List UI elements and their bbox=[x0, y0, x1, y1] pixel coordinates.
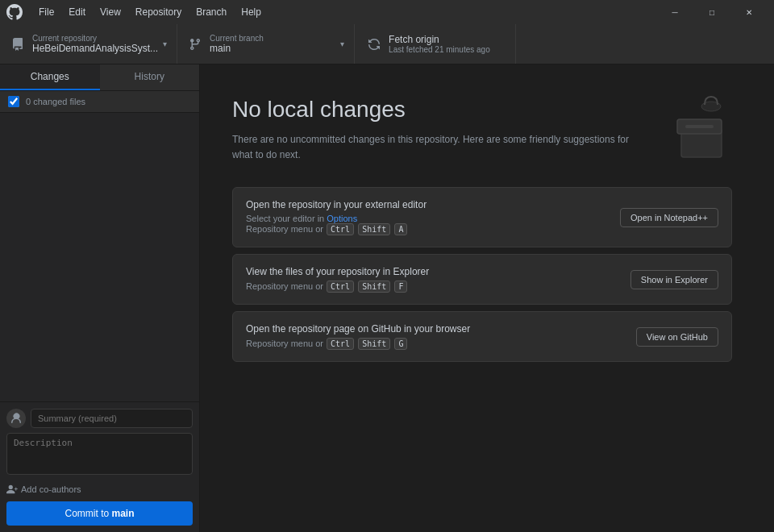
titlebar: File Edit View Repository Branch Help ─ … bbox=[0, 0, 774, 24]
commit-button-branch: main bbox=[112, 508, 135, 519]
minimize-button[interactable]: ─ bbox=[656, 0, 693, 24]
suggestion-card-explorer: View the files of your repository in Exp… bbox=[232, 254, 732, 305]
suggestion-cards: Open the repository in your external edi… bbox=[232, 187, 732, 367]
sidebar-tabs: Changes History bbox=[0, 64, 199, 91]
maximize-button[interactable]: □ bbox=[693, 0, 730, 24]
card-github-shortcut: Repository menu or Ctrl Shift G bbox=[246, 338, 470, 350]
avatar bbox=[6, 409, 26, 428]
shortcut-f: F bbox=[394, 281, 407, 293]
tab-changes[interactable]: Changes bbox=[0, 64, 100, 90]
shortcut-ctrl-2: Ctrl bbox=[327, 281, 354, 293]
repo-label: Current repository bbox=[32, 34, 158, 43]
tab-history[interactable]: History bbox=[100, 64, 200, 90]
shortcut-ctrl-1: Ctrl bbox=[327, 223, 354, 235]
titlebar-left: File Edit View Repository Branch Help bbox=[6, 4, 268, 20]
menu-repository[interactable]: Repository bbox=[129, 5, 188, 19]
fetch-icon bbox=[366, 36, 382, 52]
close-button[interactable]: ✕ bbox=[730, 0, 768, 24]
fetch-content: Fetch origin Last fetched 21 minutes ago bbox=[389, 34, 490, 54]
card-editor-title: Open the repository in your external edi… bbox=[246, 199, 427, 210]
card-explorer-left: View the files of your repository in Exp… bbox=[246, 266, 429, 293]
card-github-title: Open the repository page on GitHub in yo… bbox=[246, 323, 470, 335]
shortcut-shift-3: Shift bbox=[358, 338, 390, 350]
options-link[interactable]: Options bbox=[327, 214, 357, 223]
add-coauthor-button[interactable]: Add co-authors bbox=[6, 482, 193, 497]
titlebar-menu: File Edit View Repository Branch Help bbox=[32, 5, 268, 19]
branch-label: Current branch bbox=[210, 34, 335, 43]
menu-view[interactable]: View bbox=[94, 5, 127, 19]
current-repo-section[interactable]: Current repository HeBeiDemandAnalysisSy… bbox=[0, 24, 177, 64]
repo-info: Current repository HeBeiDemandAnalysisSy… bbox=[32, 34, 158, 54]
commit-row bbox=[6, 409, 193, 428]
card-explorer-title: View the files of your repository in Exp… bbox=[246, 266, 429, 277]
menu-branch[interactable]: Branch bbox=[189, 5, 233, 19]
svg-rect-0 bbox=[681, 129, 722, 157]
repo-dropdown-icon: ▾ bbox=[163, 39, 167, 48]
show-explorer-button[interactable]: Show in Explorer bbox=[630, 270, 718, 289]
menu-edit[interactable]: Edit bbox=[62, 5, 92, 19]
add-coauthor-label: Add co-authors bbox=[21, 484, 81, 494]
fetch-title: Fetch origin bbox=[389, 34, 490, 45]
card-explorer-shortcut: Repository menu or Ctrl Shift F bbox=[246, 281, 429, 293]
sidebar: Changes History 0 changed files bbox=[0, 64, 200, 532]
select-all-checkbox[interactable] bbox=[8, 96, 19, 107]
card-editor-shortcut-prefix: Repository menu or bbox=[246, 224, 326, 234]
commit-button[interactable]: Commit to main bbox=[6, 501, 193, 526]
card-github-shortcut-prefix: Repository menu or bbox=[246, 339, 326, 348]
commit-button-prefix: Commit to bbox=[64, 508, 111, 519]
menu-help[interactable]: Help bbox=[235, 5, 268, 19]
content-area: No local changes There are no uncommitte… bbox=[200, 64, 774, 532]
changed-files-count: 0 changed files bbox=[26, 97, 85, 106]
open-editor-button[interactable]: Open in Notepad++ bbox=[620, 208, 718, 227]
toolbar: Current repository HeBeiDemandAnalysisSy… bbox=[0, 24, 774, 64]
suggestion-card-github: Open the repository page on GitHub in yo… bbox=[232, 311, 732, 362]
svg-rect-2 bbox=[685, 125, 714, 128]
menu-file[interactable]: File bbox=[32, 5, 60, 19]
branch-dropdown-icon: ▾ bbox=[340, 39, 344, 48]
titlebar-controls: ─ □ ✕ bbox=[656, 0, 768, 24]
view-github-button[interactable]: View on GitHub bbox=[636, 327, 718, 347]
no-changes-title: No local changes bbox=[232, 97, 406, 123]
shortcut-ctrl-3: Ctrl bbox=[327, 338, 354, 350]
changed-files-header: 0 changed files bbox=[0, 91, 199, 113]
card-editor-sub-prefix: Select your editor in bbox=[246, 214, 327, 223]
branch-value: main bbox=[210, 43, 335, 54]
fetch-origin-button[interactable]: Fetch origin Last fetched 21 minutes ago bbox=[355, 24, 516, 64]
svg-rect-1 bbox=[677, 119, 722, 134]
summary-input[interactable] bbox=[31, 409, 193, 428]
shortcut-g: G bbox=[394, 338, 407, 350]
commit-area: Add co-authors Commit to main bbox=[0, 401, 199, 532]
description-textarea[interactable] bbox=[6, 433, 193, 475]
shortcut-shift-2: Shift bbox=[358, 281, 390, 293]
sidebar-file-list bbox=[0, 113, 199, 401]
card-editor-sub: Select your editor in Options bbox=[246, 214, 427, 223]
shortcut-shift-1: Shift bbox=[358, 223, 390, 235]
main-layout: Changes History 0 changed files bbox=[0, 64, 774, 532]
branch-info: Current branch main bbox=[210, 34, 335, 54]
fetch-sub: Last fetched 21 minutes ago bbox=[389, 45, 490, 54]
repo-icon bbox=[10, 36, 26, 52]
branch-icon bbox=[187, 36, 203, 52]
no-changes-illustration bbox=[669, 89, 734, 161]
card-explorer-shortcut-prefix: Repository menu or bbox=[246, 281, 326, 291]
current-branch-section[interactable]: Current branch main ▾ bbox=[177, 24, 355, 64]
card-editor-shortcut: Repository menu or Ctrl Shift A bbox=[246, 223, 427, 235]
card-editor-left: Open the repository in your external edi… bbox=[246, 199, 427, 235]
no-changes-description: There are no uncommitted changes in this… bbox=[232, 132, 635, 163]
suggestion-card-editor: Open the repository in your external edi… bbox=[232, 187, 732, 247]
card-github-left: Open the repository page on GitHub in yo… bbox=[246, 323, 470, 350]
repo-value: HeBeiDemandAnalysisSyst... bbox=[32, 43, 158, 54]
shortcut-a: A bbox=[394, 223, 407, 235]
svg-point-3 bbox=[701, 102, 721, 111]
github-logo-icon bbox=[6, 4, 23, 20]
